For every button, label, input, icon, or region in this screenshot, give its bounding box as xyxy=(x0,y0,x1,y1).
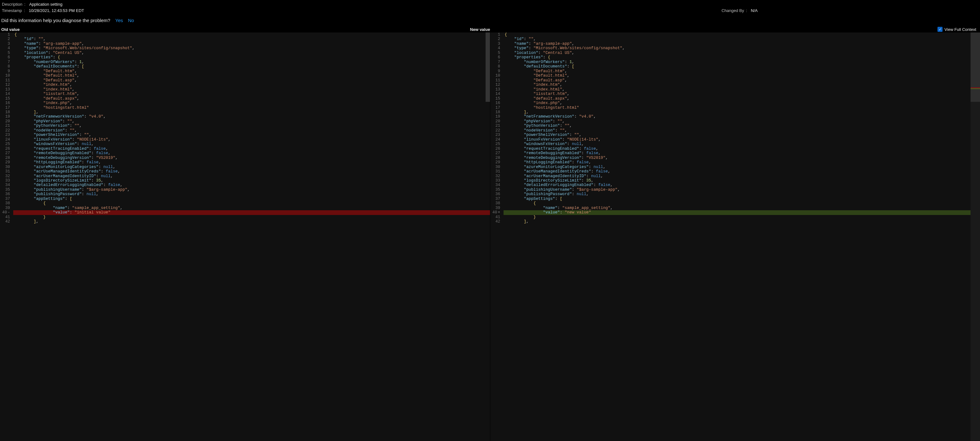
colon: : xyxy=(746,8,749,14)
changedby-value: N/A xyxy=(751,8,758,14)
new-code[interactable]: { "id": "", "name": "arg-sample-app", "t… xyxy=(504,32,980,224)
colon: : xyxy=(24,1,27,8)
old-code[interactable]: { "id": "", "name": "arg-sample-app", "t… xyxy=(13,32,490,224)
view-full-context-checkbox[interactable]: ✓ xyxy=(937,27,942,32)
old-pane[interactable]: 1234567891011121314151617181920212223242… xyxy=(0,32,490,441)
feedback-yes-link[interactable]: Yes xyxy=(115,18,123,23)
view-full-context-label: View Full Context xyxy=(944,27,976,32)
feedback-bar: Did this information help you diagnose t… xyxy=(0,14,980,27)
diff-viewer: 1234567891011121314151617181920212223242… xyxy=(0,32,980,441)
feedback-question: Did this information help you diagnose t… xyxy=(1,18,110,23)
minimap[interactable] xyxy=(970,32,980,441)
timestamp-label: Timestamp xyxy=(2,8,22,14)
old-scrollbar-thumb[interactable] xyxy=(485,32,490,102)
new-value-header: New value xyxy=(469,27,938,32)
minimap-ins-marker xyxy=(970,88,980,89)
new-pane[interactable]: 1234567891011121314151617181920212223242… xyxy=(490,32,980,441)
description-label: Description xyxy=(2,1,22,8)
metadata-block: Description : Application setting Timest… xyxy=(0,0,980,14)
new-line-gutter: 1234567891011121314151617181920212223242… xyxy=(490,32,504,441)
description-value: Application setting xyxy=(29,1,63,8)
old-value-header: Old value xyxy=(1,27,469,32)
changedby-label: Changed By xyxy=(721,8,744,14)
colon: : xyxy=(24,8,27,14)
old-line-gutter: 1234567891011121314151617181920212223242… xyxy=(0,32,13,441)
minimap-viewport[interactable] xyxy=(970,32,980,102)
feedback-no-link[interactable]: No xyxy=(128,18,134,23)
timestamp-value: 10/28/2021, 12:43:53 PM EDT xyxy=(29,8,84,14)
